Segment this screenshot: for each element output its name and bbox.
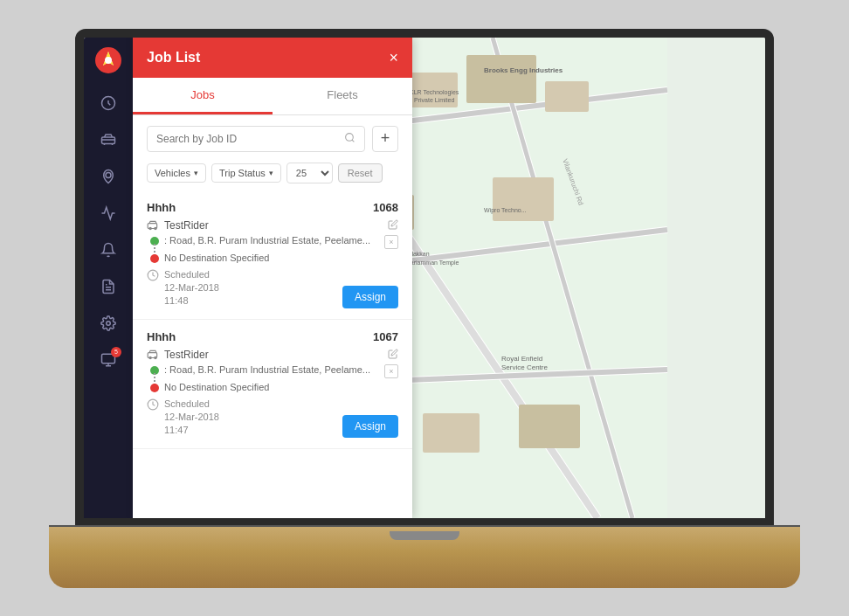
count-select[interactable]: 25 50 100 (286, 163, 333, 183)
remove-pickup-button[interactable]: × (384, 235, 398, 249)
location-icon[interactable] (92, 160, 125, 193)
vehicles-filter[interactable]: Vehicles ▾ (147, 163, 206, 183)
svg-point-9 (107, 321, 111, 325)
job-item-header: Hhhh 1067 (147, 330, 398, 343)
schedule-status: Scheduled (164, 398, 219, 411)
schedule-icon (147, 269, 159, 284)
svg-line-14 (352, 140, 354, 142)
svg-text:Brooks Engg Industries: Brooks Engg Industries (484, 66, 563, 74)
trip-status-filter[interactable]: Trip Status ▾ (211, 163, 281, 183)
svg-text:Service Centre: Service Centre (501, 363, 548, 371)
schedule-status: Scheduled (164, 268, 219, 281)
modal-header: Job List × (133, 38, 412, 78)
tab-jobs[interactable]: Jobs (133, 78, 273, 114)
remove-pickup-button[interactable]: × (384, 364, 398, 378)
dropoff-dot (150, 254, 159, 263)
analytics-icon[interactable] (92, 197, 125, 230)
search-row: + (133, 115, 412, 159)
pickup-row: : Road, B.R. Puram Industrial Estate, Pe… (150, 364, 398, 378)
search-box (147, 126, 365, 152)
schedule-date: 12-Mar-2018 (164, 411, 219, 424)
search-icon[interactable] (344, 132, 355, 146)
filter-row: Vehicles ▾ Trip Status ▾ 25 50 100 Reset (133, 159, 412, 190)
settings-icon[interactable] (92, 307, 125, 340)
svg-text:Private Limited: Private Limited (414, 97, 454, 103)
schedule-icon (147, 398, 159, 413)
svg-point-3 (105, 57, 112, 64)
dropoff-row: No Destination Specified (150, 253, 398, 263)
svg-text:Royal Enfield: Royal Enfield (501, 355, 542, 363)
schedule-time: 11:48 (164, 294, 219, 308)
schedule-text: Scheduled 12-Mar-2018 11:48 (164, 268, 219, 308)
job-name: Hhhh (147, 330, 176, 343)
pickup-address: : Road, B.R. Puram Industrial Estate, Pe… (164, 235, 379, 246)
svg-text:Mariamman Temple: Mariamman Temple (405, 260, 459, 266)
svg-point-6 (106, 172, 111, 177)
assign-button-1[interactable]: Assign (342, 286, 398, 308)
trip-status-chevron-icon: ▾ (269, 169, 273, 177)
schedule-row: Scheduled 12-Mar-2018 11:47 Assign (147, 398, 398, 438)
job-id: 1068 (373, 201, 398, 214)
modal-title: Job List (147, 50, 200, 66)
job-item-header: Hhhh 1068 (147, 201, 398, 214)
rider-name: TestRider (164, 219, 383, 232)
report-icon[interactable] (92, 270, 125, 303)
tabs-bar: Jobs Fleets (133, 78, 412, 115)
schedule-info: Scheduled 12-Mar-2018 11:47 (147, 398, 219, 438)
svg-point-13 (346, 133, 354, 141)
job-item: Hhhh 1067 TestRider (133, 320, 412, 449)
tab-fleets[interactable]: Fleets (273, 78, 412, 114)
edit-icon[interactable] (388, 349, 398, 361)
search-input[interactable] (156, 133, 339, 145)
pickup-address: : Road, B.R. Puram Industrial Estate, Pe… (164, 364, 379, 375)
dropoff-address: No Destination Specified (164, 382, 398, 392)
svg-text:Wipro Techno...: Wipro Techno... (484, 207, 527, 214)
dropoff-address: No Destination Specified (164, 253, 398, 263)
schedule-row: Scheduled 12-Mar-2018 11:48 Assign (147, 268, 398, 308)
close-button[interactable]: × (389, 50, 398, 66)
route-section: : Road, B.R. Puram Industrial Estate, Pe… (150, 364, 398, 392)
schedule-text: Scheduled 12-Mar-2018 11:47 (164, 398, 219, 438)
schedule-date: 12-Mar-2018 (164, 281, 219, 294)
notification-icon[interactable] (92, 233, 125, 266)
job-list-panel: Job List × Jobs Fleets (133, 38, 412, 518)
dropoff-dot (150, 384, 159, 392)
svg-rect-46 (519, 405, 580, 448)
schedule-time: 11:47 (164, 424, 219, 437)
rider-icon (147, 349, 159, 361)
rider-row: TestRider (147, 349, 398, 361)
dashboard-icon[interactable] (92, 87, 125, 120)
svg-rect-43 (493, 177, 554, 221)
svg-rect-40 (545, 81, 589, 112)
assign-button-2[interactable]: Assign (342, 415, 398, 438)
sidebar: 5 (84, 38, 133, 518)
dropoff-row: No Destination Specified (150, 382, 398, 392)
schedule-info: Scheduled 12-Mar-2018 11:48 (147, 268, 219, 308)
job-id: 1067 (373, 330, 398, 343)
svg-rect-45 (423, 413, 480, 453)
vehicle-icon[interactable] (92, 123, 125, 156)
job-item: Hhhh 1068 TestRider (133, 190, 412, 320)
job-name: Hhhh (147, 201, 176, 214)
rider-name: TestRider (164, 349, 383, 361)
route-section: : Road, B.R. Puram Industrial Estate, Pe… (150, 235, 398, 263)
notification-badge: 5 (111, 347, 121, 357)
add-job-button[interactable]: + (372, 126, 398, 152)
rider-icon (147, 219, 159, 232)
edit-icon[interactable] (388, 219, 398, 232)
app-logo (93, 45, 124, 76)
vehicles-chevron-icon: ▾ (194, 169, 198, 177)
job-list: Hhhh 1068 TestRider (133, 190, 412, 518)
reset-button[interactable]: Reset (338, 163, 383, 183)
svg-rect-39 (466, 55, 536, 103)
rider-row: TestRider (147, 219, 398, 232)
badge-icon[interactable]: 5 (92, 343, 125, 377)
svg-text:KLR Technologies: KLR Technologies (410, 89, 459, 96)
pickup-row: : Road, B.R. Puram Industrial Estate, Pe… (150, 235, 398, 249)
